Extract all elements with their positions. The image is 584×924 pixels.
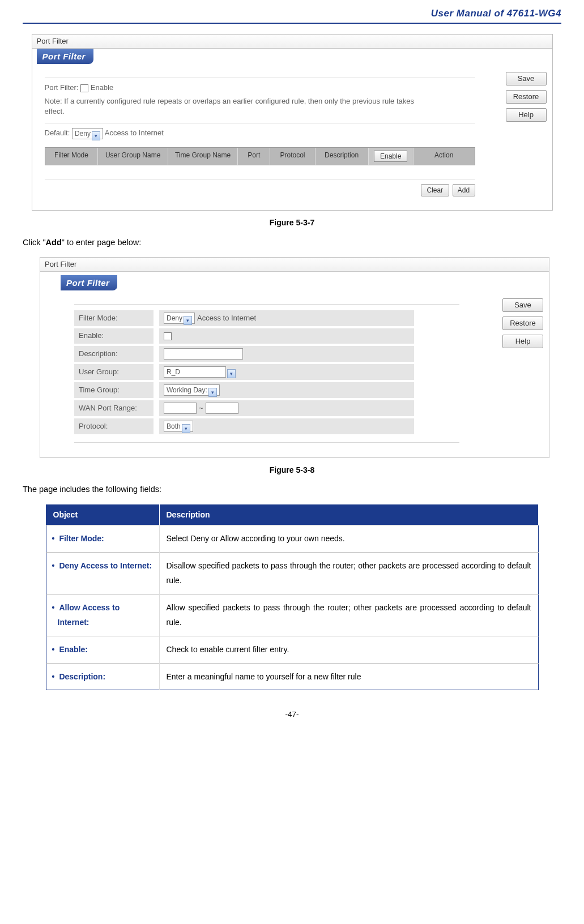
table-row: Filter Mode: Select Deny or Allow accord… <box>46 525 538 553</box>
desc-cell: Check to enable current filter entry. <box>159 636 538 664</box>
chevron-down-icon <box>227 369 236 378</box>
col-action: Action <box>414 148 475 165</box>
save-button[interactable]: Save <box>506 72 547 85</box>
enable-checkbox[interactable] <box>164 332 172 340</box>
protocol-value: Both <box>167 422 181 430</box>
chevron-down-icon <box>208 388 217 397</box>
restore-button[interactable]: Restore <box>502 316 543 330</box>
col-user-group: User Group Name <box>98 148 168 165</box>
section-header: Port Filter <box>37 49 93 64</box>
obj-cell: Allow Access to Internet: <box>46 594 159 636</box>
user-group-label: User Group: <box>74 364 154 380</box>
figure-caption-1: Figure 5-3-7 <box>23 217 561 229</box>
desc-cell: Select Deny or Allow according to your o… <box>159 525 538 553</box>
screenshot-port-filter-add: Port Filter Port Filter Save Restore Hel… <box>40 257 549 457</box>
table-row: Description: Enter a meaningful name to … <box>46 663 538 690</box>
time-group-value: Working Day: <box>167 386 207 394</box>
desc-cell: Disallow specified packets to pass throu… <box>159 552 538 594</box>
body-text-1: Click "Add" to enter page below: <box>23 237 561 248</box>
filter-mode-value: Deny <box>167 314 182 322</box>
default-select-value: Deny <box>75 130 91 138</box>
body-text-2: The page includes the following fields: <box>23 484 561 495</box>
table-header-description: Description <box>159 504 538 525</box>
figure-caption-2: Figure 5-3-8 <box>23 465 561 476</box>
protocol-select[interactable]: Both <box>164 421 193 432</box>
desc-cell: Allow specified packets to pass through … <box>159 594 538 636</box>
obj-cell: Deny Access to Internet: <box>46 552 159 594</box>
tilde-separator: ~ <box>199 403 203 413</box>
default-suffix: Access to Internet <box>105 129 164 137</box>
help-button[interactable]: Help <box>506 108 547 122</box>
restore-button[interactable]: Restore <box>506 90 547 104</box>
page-header: User Manual of 47611-WG4 <box>23 7 561 24</box>
form-grid: Filter Mode: Deny Access to Internet Ena… <box>74 310 414 434</box>
wan-port-to-input[interactable] <box>206 403 238 414</box>
filter-mode-select[interactable]: Deny <box>164 313 195 324</box>
default-select[interactable]: Deny <box>72 128 103 139</box>
clear-button[interactable]: Clear <box>421 184 449 196</box>
wan-port-label: WAN Port Range: <box>74 400 154 416</box>
col-enable: Enable <box>369 148 414 165</box>
filter-table-header: Filter Mode User Group Name Time Group N… <box>45 147 475 166</box>
description-label: Description: <box>74 346 154 362</box>
obj-cell: Filter Mode: <box>46 525 159 553</box>
time-group-label: Time Group: <box>74 382 154 398</box>
screenshot-port-filter-list: Port Filter Port Filter Save Restore Hel… <box>32 34 553 211</box>
enable-label: Enable <box>91 83 113 92</box>
window-titlebar: Port Filter <box>32 35 552 49</box>
col-description: Description <box>316 148 369 165</box>
obj-cell: Enable: <box>46 636 159 664</box>
description-input[interactable] <box>164 348 243 360</box>
enable-header-button[interactable]: Enable <box>374 151 407 162</box>
chevron-down-icon <box>92 131 100 140</box>
port-filter-label: Port Filter: <box>45 83 79 92</box>
chevron-down-icon <box>182 424 190 433</box>
col-time-group: Time Group Name <box>168 148 238 165</box>
save-button[interactable]: Save <box>502 298 543 312</box>
desc-cell: Enter a meaningful name to yourself for … <box>159 663 538 690</box>
field-description-table: Object Description Filter Mode: Select D… <box>46 504 539 691</box>
help-button[interactable]: Help <box>502 335 543 348</box>
col-protocol: Protocol <box>270 148 315 165</box>
enable-label: Enable: <box>74 328 154 343</box>
obj-cell: Description: <box>46 663 159 690</box>
filter-mode-suffix: Access to Internet <box>197 313 256 323</box>
table-header-object: Object <box>46 504 159 525</box>
user-group-select[interactable]: R_D <box>164 366 226 378</box>
col-port: Port <box>238 148 270 165</box>
time-group-select[interactable]: Working Day: <box>164 384 220 396</box>
note-text: Note: If a currently configured rule rep… <box>45 96 436 117</box>
chevron-down-icon <box>184 316 192 325</box>
port-filter-checkbox[interactable] <box>80 84 88 92</box>
filter-mode-label: Filter Mode: <box>74 310 154 326</box>
page-number: -47- <box>23 709 561 720</box>
table-row: Deny Access to Internet: Disallow specif… <box>46 552 538 594</box>
col-filter-mode: Filter Mode <box>45 148 99 165</box>
wan-port-from-input[interactable] <box>164 403 197 414</box>
default-label: Default: <box>45 129 70 137</box>
table-row: Allow Access to Internet: Allow specifie… <box>46 594 538 636</box>
window-titlebar: Port Filter <box>40 258 549 272</box>
section-header: Port Filter <box>61 275 117 290</box>
user-group-value: R_D <box>167 368 180 376</box>
table-row: Enable: Check to enable current filter e… <box>46 636 538 664</box>
add-button[interactable]: Add <box>453 184 475 196</box>
protocol-label: Protocol: <box>74 418 154 434</box>
